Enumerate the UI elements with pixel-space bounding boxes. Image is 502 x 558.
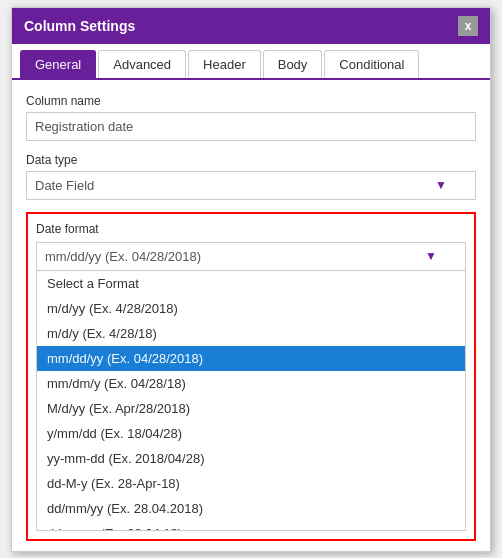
format-option-select[interactable]: Select a Format (37, 271, 465, 296)
tab-header[interactable]: Header (188, 50, 261, 78)
format-option-m-d-y[interactable]: m/d/y (Ex. 4/28/18) (37, 321, 465, 346)
format-option-m-d-yy[interactable]: m/d/yy (Ex. 4/28/2018) (37, 296, 465, 321)
tab-body[interactable]: Body (263, 50, 323, 78)
close-button[interactable]: x (458, 16, 478, 36)
date-format-dropdown: Select a Format m/d/yy (Ex. 4/28/2018) m… (36, 271, 466, 531)
data-type-select[interactable]: Date Field ▼ (26, 171, 476, 200)
tab-advanced[interactable]: Advanced (98, 50, 186, 78)
tab-general[interactable]: General (20, 50, 96, 78)
date-format-value: mm/dd/yy (Ex. 04/28/2018) (45, 249, 201, 264)
date-format-arrow-icon: ▼ (425, 249, 437, 263)
date-format-display[interactable]: mm/dd/yy (Ex. 04/28/2018) ▼ (36, 242, 466, 271)
data-type-arrow-icon: ▼ (435, 178, 447, 192)
data-type-value: Date Field (35, 178, 94, 193)
format-option-M-d-yy[interactable]: M/d/yy (Ex. Apr/28/2018) (37, 396, 465, 421)
format-option-dd-mm-yy[interactable]: dd/mm/yy (Ex. 28.04.2018) (37, 496, 465, 521)
column-name-label: Column name (26, 94, 476, 108)
format-option-y-mm-dd[interactable]: y/mm/dd (Ex. 18/04/28) (37, 421, 465, 446)
date-format-label: Date format (36, 222, 466, 236)
format-option-mm-dd-yy[interactable]: mm/dd/yy (Ex. 04/28/2018) (37, 346, 465, 371)
data-type-display[interactable]: Date Field ▼ (26, 171, 476, 200)
format-option-dd-M-y[interactable]: dd-M-y (Ex. 28-Apr-18) (37, 471, 465, 496)
dialog-body: Column name Data type Date Field ▼ Date … (12, 80, 490, 551)
tab-conditional[interactable]: Conditional (324, 50, 419, 78)
column-settings-dialog: Column Settings x General Advanced Heade… (11, 7, 491, 552)
date-format-section: Date format mm/dd/yy (Ex. 04/28/2018) ▼ … (26, 212, 476, 541)
dialog-header: Column Settings x (12, 8, 490, 44)
dialog-title: Column Settings (24, 18, 135, 34)
tabs-bar: General Advanced Header Body Conditional (12, 44, 490, 80)
data-type-label: Data type (26, 153, 476, 167)
format-option-yy-mm-dd[interactable]: yy-mm-dd (Ex. 2018/04/28) (37, 446, 465, 471)
format-option-mm-dm-y[interactable]: mm/dm/y (Ex. 04/28/18) (37, 371, 465, 396)
column-name-input[interactable] (26, 112, 476, 141)
format-option-dd-mm-y[interactable]: dd.mm.y (Ex. 28.04.18) (37, 521, 465, 531)
